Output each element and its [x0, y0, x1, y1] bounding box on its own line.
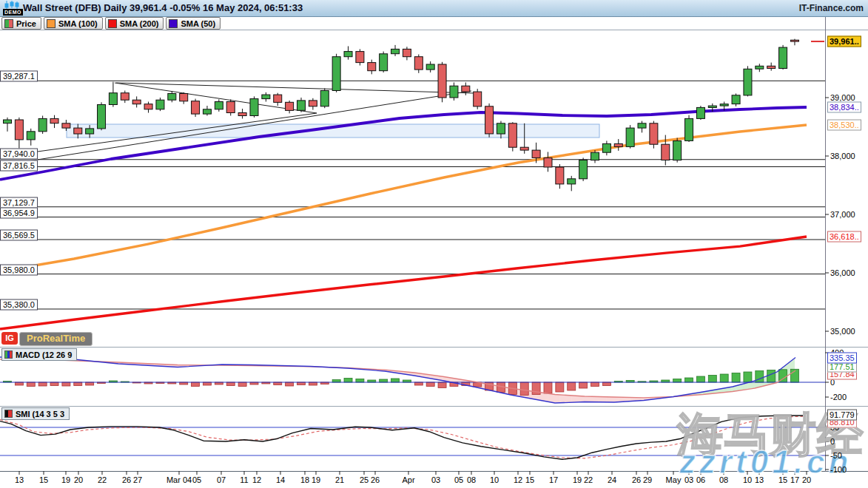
price-level-label[interactable]: 36,569.5 — [0, 230, 38, 241]
macd-indicator-tab[interactable]: MACD (12 26 9 — [1, 348, 77, 361]
x-axis-date-label: 26 — [371, 475, 380, 484]
series-color-icon — [4, 19, 13, 28]
x-axis-date-label: 03 — [684, 475, 693, 484]
x-axis-date-label: 22 — [584, 475, 593, 484]
smi-axis-tick-label: -50 — [830, 451, 842, 460]
price-level-label[interactable]: 35,980.0 — [0, 264, 38, 275]
prorealtime-logo[interactable]: IG ProRealTime — [1, 332, 92, 346]
price-axis-tick-label: 39,000 — [830, 93, 855, 102]
legend-tab-price[interactable]: Price — [1, 17, 41, 30]
macd-axis-tick-label: -200 — [830, 393, 847, 401]
x-axis-date-label: 13 — [15, 475, 24, 484]
prorealtime-label: ProRealTime — [19, 332, 92, 346]
x-axis-date-label: 15 — [39, 475, 48, 484]
price-axis-tick-label: 38,000 — [830, 152, 855, 160]
price-axis-tick-label: 37,000 — [830, 210, 855, 219]
x-axis-date-label: 29 — [643, 475, 652, 484]
price-level-label[interactable]: 37,129.7 — [0, 197, 38, 208]
x-axis-date-label: 05 — [192, 475, 201, 484]
legend-label: SMA (200) — [120, 19, 159, 28]
series-color-icon — [169, 19, 178, 28]
x-axis-date-label: 20 — [802, 475, 811, 484]
x-axis-date-label: Apr — [402, 475, 414, 484]
x-axis-date-label: 22 — [98, 475, 107, 484]
x-axis-date-label: 19 — [573, 475, 582, 484]
x-axis-date-label: 27 — [133, 475, 142, 484]
x-axis-date-label: 13 — [755, 475, 764, 484]
x-axis-date-label: 08 — [719, 475, 728, 484]
legend-label: Price — [16, 19, 36, 28]
x-axis-date-label: 10 — [743, 475, 752, 484]
legend-tab-sma-50[interactable]: SMA (50) — [166, 17, 221, 30]
series-color-icon — [47, 19, 55, 28]
sma50-value-label: 38,834.. — [827, 102, 861, 113]
last-price-label: 39,961.. — [827, 36, 861, 47]
legend-label: SMA (100) — [58, 19, 98, 28]
x-axis-date-label: 06 — [696, 475, 705, 484]
x-axis-date-label: 17 — [790, 475, 799, 484]
x-axis-date-label: 20 — [74, 475, 83, 484]
legend-tab-sma-200[interactable]: SMA (200) — [105, 17, 164, 30]
x-axis-date-label: 03 — [431, 475, 440, 484]
x-axis-date-label: 05 — [454, 475, 463, 484]
x-axis-date-label: 19 — [61, 475, 70, 484]
brand-label[interactable]: IT-Finance.com — [799, 3, 864, 13]
x-axis-date-label: 12 — [252, 475, 261, 484]
x-axis-date-label: 12 — [514, 475, 522, 484]
x-axis-date-label: 26 — [122, 475, 131, 484]
x-axis-date-label: 07 — [217, 475, 226, 484]
demo-label: DEMO — [3, 9, 23, 16]
price-level-label[interactable]: 37,816.5 — [0, 160, 38, 171]
series-color-icon — [108, 19, 117, 28]
x-axis-date-label: 18 — [300, 475, 309, 484]
x-axis-date-label: 25 — [360, 475, 369, 484]
x-axis-date-label: Mar 04 — [166, 475, 192, 484]
price-level-label[interactable]: 35,380.0 — [0, 299, 38, 311]
demo-badge: DEMO — [2, 0, 23, 16]
smi-axis-tick-label: -100 — [830, 465, 847, 474]
x-axis-date-label: May — [666, 475, 682, 484]
x-axis-date-label: 19 — [312, 475, 320, 484]
x-axis-date-label: 10 — [490, 475, 499, 484]
x-axis-date-label: 08 — [467, 475, 476, 484]
legend-tab-sma-100[interactable]: SMA (100) — [44, 17, 103, 30]
smi-indicator-tab[interactable]: SMI (14 3 5 3 — [1, 407, 70, 420]
x-axis-date-label: 17 — [549, 475, 558, 484]
x-axis-date-label: 21 — [335, 475, 344, 484]
smi-value-label: 91.779 — [827, 410, 857, 421]
price-axis-tick-label: 36,000 — [830, 268, 855, 277]
title-bar: DEMO Wall Street (DFB) Daily 39,961.4 -0… — [0, 0, 868, 17]
legend-bar: PriceSMA (100)SMA (200)SMA (50) — [1, 17, 221, 30]
price-level-label[interactable]: 37,940.0 — [0, 148, 38, 159]
smi-icon — [4, 410, 13, 418]
legend-label: SMA (50) — [181, 19, 215, 28]
x-axis-date-label: 15 — [778, 475, 787, 484]
x-axis-date-label: 15 — [525, 475, 534, 484]
smi-axis-tick-label: 0 — [830, 437, 835, 446]
price-level-label[interactable]: 36,954.9 — [0, 207, 38, 218]
x-axis-date-label: 14 — [276, 475, 285, 484]
macd-indicator-label: MACD (12 26 9 — [16, 350, 72, 359]
x-axis-date-label: 11 — [240, 475, 248, 484]
sma100-value-label: 38,530.. — [827, 120, 861, 131]
ig-logo[interactable]: IG — [1, 332, 18, 345]
page-title: Wall Street (DFB) Daily 39,961.4 -0.05% … — [23, 2, 303, 13]
price-axis-tick-label: 35,000 — [830, 327, 855, 336]
x-axis-date-label: 26 — [632, 475, 641, 484]
x-axis-date-label: 24 — [608, 475, 616, 484]
price-level-label[interactable]: 39,287.1 — [0, 71, 38, 82]
smi-indicator-label: SMI (14 3 5 3 — [16, 410, 64, 418]
macd-icon — [4, 350, 13, 359]
sma200-value-label: 36,618.. — [827, 231, 861, 243]
macd-value-label: 335.35 — [827, 352, 857, 363]
